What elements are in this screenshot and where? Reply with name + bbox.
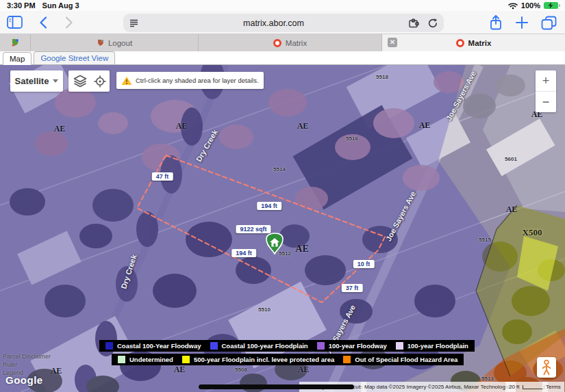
scale-bar [523,385,544,389]
legend-swatch [343,356,351,363]
battery-charging-icon [544,2,558,9]
legend-swatch [317,342,325,350]
flood-zone-label-x500: X500 [523,227,542,238]
legend-item: Coastal 100-Year Floodway [105,342,201,350]
safari-toolbar: matrix.abor.com [0,11,565,34]
forward-button[interactable] [59,13,79,32]
zoom-in-button[interactable]: + [536,70,556,91]
chevron-down-icon [53,79,58,83]
tab-matrix-1[interactable]: Matrix [199,34,382,51]
measurement-label: 37 ft [342,284,363,292]
logout-tab-favicon [97,39,104,47]
house-number: 5508 [235,367,247,373]
zoom-out-button[interactable]: − [536,92,556,112]
layer-controls [68,70,110,92]
legend-swatch [210,342,218,350]
property-marker[interactable] [265,233,284,257]
measurement-label: 10 ft [353,260,375,268]
layer-hint-text: Ctrl-click any shaded area for layer det… [136,77,259,84]
back-button[interactable] [33,13,53,32]
tab-logout[interactable]: Logout [31,34,199,51]
measurement-label: 47 ft [152,172,173,181]
date: Sun Aug 3 [42,1,79,10]
legend-swatch [118,356,125,363]
legend-swatch [105,342,113,350]
legend-swatch [396,342,403,350]
legend-item: Coastal 100-year Floodplain [210,342,308,350]
tab-label: Matrix [468,39,492,47]
flood-legend-row-1: Coastal 100-Year Floodway Coastal 100-ye… [99,340,475,352]
google-logo[interactable]: Google [5,374,43,386]
tab-label: Logout [108,39,132,47]
legend-label: Coastal 100-year Floodplain [222,342,308,350]
matrix-favicon [456,39,464,47]
measurement-label: 194 ft [257,202,281,210]
extensions-icon[interactable] [408,18,420,28]
legend-item: Out of Special Flood Hazard Area [343,356,457,363]
status-bar: 3:30 PM Sun Aug 3 100% [0,0,565,11]
share-icon[interactable] [489,14,503,31]
new-tab-icon[interactable] [515,16,529,29]
flood-zone-label: AE [295,244,308,254]
measurement-label: 194 ft [231,249,256,257]
sidebar-toggle-button[interactable] [4,13,25,32]
battery-percent: 100% [521,1,540,10]
flood-zone-label: AE [176,121,188,131]
house-number: 5601 [505,156,517,162]
zoom-control: + − [536,70,556,112]
legend-item: 100-year Floodplain [396,342,468,350]
ruler-link[interactable]: Ruler [3,361,18,368]
legend-label: Out of Special Flood Hazard Area [355,356,457,363]
house-number: 5510 [258,306,271,313]
flood-zone-label: AE [51,366,62,376]
legend-swatch [182,356,190,363]
legend-item: 500-year Floodplain incl. levee protecte… [182,356,334,363]
abor-favicon [11,38,19,47]
tab-label: Matrix [286,39,307,47]
ipad-screen: 3:30 PM Sun Aug 3 100% [0,0,565,392]
tab-abor[interactable] [0,34,31,51]
layer-hint-banner: Ctrl-click any shaded area for layer det… [116,72,264,89]
tabs-overview-icon[interactable] [541,16,557,30]
parcel-disclaimer-link[interactable]: Parcel Disclaimer [3,353,51,360]
clock: 3:30 PM [7,1,36,10]
house-number: 5513 [481,376,494,382]
scale-label: 20 ft [509,384,520,390]
flood-zone-label: AE [419,120,431,131]
close-tab-icon[interactable]: ✕ [388,38,397,47]
map-scale: 20 ft [505,382,548,392]
flood-zone-label: AE [297,121,309,131]
flood-zone-label: AE [298,365,310,375]
pegman-control[interactable] [537,357,556,378]
house-number: 5514 [273,166,286,172]
my-location-icon[interactable] [94,75,106,88]
flood-legend-row-2: Undetermined 500-year Floodplain incl. l… [112,354,464,365]
matrix-favicon [273,39,281,47]
flood-zone-label: AE [506,205,518,215]
tab-map[interactable]: Map [3,52,32,65]
map-canvas[interactable]: Dry Creek Dry Creek Joe Sayers Ave Joe S… [0,65,565,392]
pegman-icon [541,359,552,376]
legend-label: 100-year Floodway [329,342,387,350]
legend-label: 500-year Floodplain incl. levee protecte… [194,356,334,363]
wifi-icon [508,2,518,10]
terms-link[interactable]: Terms [542,382,564,392]
legend-label: Coastal 100-Year Floodway [117,342,201,350]
reader-icon[interactable] [129,18,139,28]
reload-icon[interactable] [427,18,438,29]
legend-item: 100-year Floodway [317,342,387,350]
flood-zone-label: AE [174,365,186,375]
legend-label: Undetermined [129,356,173,363]
map-type-label: Satellite [15,76,49,86]
url-text[interactable]: matrix.abor.com [139,18,408,28]
warning-icon [121,76,132,86]
tab-matrix-active[interactable]: ✕ Matrix [382,34,565,51]
map-type-dropdown[interactable]: Satellite [10,70,63,92]
tab-google-street-view[interactable]: Google Street View [34,51,115,64]
house-number: 5515 [479,237,491,243]
address-bar[interactable]: matrix.abor.com [123,14,444,32]
house-number: 5516 [346,135,358,142]
home-indicator[interactable] [199,384,354,389]
flood-zone-label: AE [54,124,66,134]
layers-icon[interactable] [73,75,88,88]
